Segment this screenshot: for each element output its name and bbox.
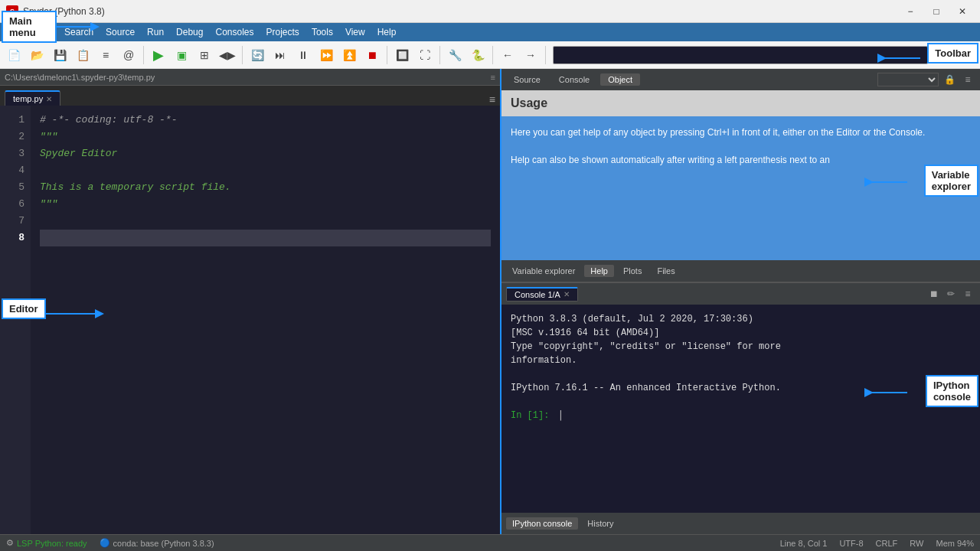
email-button[interactable]: @ [118,44,139,66]
global-search-input[interactable] [553,46,928,64]
run-button[interactable]: ▶ [148,44,169,66]
menu-run[interactable]: Run [141,25,170,39]
separator-1 [143,46,144,64]
help-tab-bar: Source Console Object 🔒 ≡ [501,69,980,90]
maximize-current-button[interactable]: 🔲 [391,44,413,66]
tab-help[interactable]: Help [584,265,614,277]
preferences-button[interactable]: 🔧 [444,44,466,66]
position-text: Line 8, Col 1 [780,539,828,548]
menu-source[interactable]: Source [100,25,141,39]
line-num-4: 4 [0,162,24,179]
fullscreen-button[interactable]: ⛶ [414,44,436,66]
line-num-7: 7 [0,213,24,230]
forward-button[interactable]: → [520,44,541,66]
console-tab-close-icon[interactable]: ✕ [564,290,570,298]
new-file-button[interactable]: 📄 [3,44,24,66]
menu-consoles[interactable]: Consoles [209,25,260,39]
console-tab-label: Console 1/A [514,290,560,299]
separator-2 [242,46,243,64]
annotation-ipython-console: IPythonconsole [926,375,978,407]
step-into-button[interactable]: ⏸ [292,44,314,66]
tab-plots[interactable]: Plots [617,265,648,277]
console-controls: ⏹ ✏ ≡ [926,286,975,302]
menu-projects[interactable]: Projects [260,25,305,39]
lock-icon[interactable]: 🔒 [942,72,957,87]
code-line-4 [40,162,491,179]
editor-path-bar: C:\Users\dmelonc1\.spyder-py3\temp.py ≡ [0,69,500,86]
separator-4 [439,46,440,64]
step-out-button[interactable]: ⏩ [315,44,337,66]
tab-ipython-console[interactable]: IPython console [506,517,578,530]
save-button[interactable]: 💾 [49,44,70,66]
tab-variable-explorer[interactable]: Variable explorer [506,265,581,277]
tab-history[interactable]: History [581,517,619,530]
console-tab-bar: Console 1/A ✕ ⏹ ✏ ≡ [501,283,980,305]
conda-text: conda: base (Python 3.8.3) [113,539,214,548]
code-text-3: Spyder Editor [40,145,117,162]
arrow-toolbar [874,51,920,66]
menu-debug[interactable]: Debug [170,25,209,39]
console-blank-1 [511,367,971,381]
status-lsp: ⚙ LSP Python: ready [6,538,87,548]
minimize-button[interactable]: − [899,4,922,19]
help-tab-console[interactable]: Console [551,73,597,86]
menu-help[interactable]: Help [371,25,403,39]
run-cell-advance-button[interactable]: ⊞ [194,44,215,66]
close-button[interactable]: ✕ [951,4,974,19]
code-text-8 [40,230,491,246]
status-conda: 🔵 conda: base (Python 3.8.3) [100,538,214,548]
maximize-button[interactable]: □ [925,4,948,19]
rw-text: RW [910,539,923,548]
arrow-ipython-console [861,385,907,400]
separator-6 [545,46,546,64]
console-stop-icon[interactable]: ⏹ [926,286,942,302]
editor-panel: C:\Users\dmelonc1\.spyder-py3\temp.py ≡ … [0,69,501,534]
tab-close-icon[interactable]: ✕ [46,95,52,103]
open-file-button[interactable]: 📂 [26,44,47,66]
object-dropdown[interactable] [877,73,939,86]
line-num-8: 8 [0,230,24,246]
console-prompt: In [1]: │ [511,409,971,422]
reload-button[interactable]: 🔄 [247,44,268,66]
help-tab-object[interactable]: Object [600,73,640,86]
annotation-main-menu: Mainmenu [2,11,57,43]
browse-tabs-button[interactable]: ≡ [95,44,116,66]
run-selection-button[interactable]: ◀▶ [217,44,238,66]
menu-tools[interactable]: Tools [305,25,339,39]
usage-body: Here you can get help of any object by p… [501,116,980,260]
editor-tabs: temp.py ✕ ≡ [0,86,500,106]
editor-tab-temp-py[interactable]: temp.py ✕ [5,90,60,106]
code-text-7 [40,213,46,230]
line-num-1: 1 [0,112,24,129]
console-bottom-tabs: IPython console History [501,513,980,534]
help-menu-icon[interactable]: ≡ [960,72,975,87]
python-path-button[interactable]: 🐍 [467,44,488,66]
tab-files[interactable]: Files [651,265,681,277]
arrow-editor [46,306,107,321]
arrow-main-menu [57,19,103,34]
help-bottom-tabs: Variable explorer Help Plots Files [501,260,980,282]
line-numbers: 1 2 3 4 5 6 7 8 [0,106,31,534]
back-button[interactable]: ← [497,44,518,66]
help-tab-source[interactable]: Source [506,73,548,86]
save-all-button[interactable]: 📋 [72,44,93,66]
menu-view[interactable]: View [339,25,371,39]
console-line-2: [MSC v.1916 64 bit (AMD64)] [511,326,971,340]
console-tab-1a[interactable]: Console 1/A ✕ [506,287,578,302]
prompt-text: In [1]: [511,410,549,421]
console-edit-icon[interactable]: ✏ [943,286,959,302]
code-line-2: """ [40,129,491,145]
run-cell-button[interactable]: ▣ [171,44,192,66]
step-over-button[interactable]: ⏭ [270,44,291,66]
stop-button[interactable]: ⏹ [361,44,383,66]
code-line-7 [40,213,491,230]
line-num-2: 2 [0,129,24,145]
cursor-input[interactable]: │ [558,410,564,421]
annotation-toolbar: Toolbar [927,43,978,64]
console-output[interactable]: Python 3.8.3 (default, Jul 2 2020, 17:30… [501,305,980,513]
status-mem: Mem 94% [936,539,974,548]
editor-tab-menu-icon[interactable]: ≡ [489,93,495,106]
usage-title: Usage [501,90,980,116]
console-menu-icon[interactable]: ≡ [960,286,975,302]
continue-button[interactable]: ⏫ [338,44,360,66]
